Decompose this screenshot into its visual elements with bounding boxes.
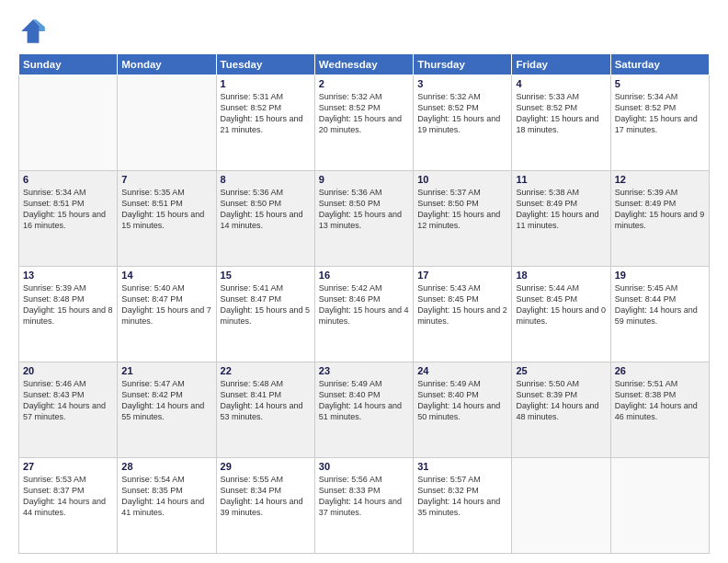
day-number: 5 (615, 78, 705, 89)
day-cell: 1Sunrise: 5:31 AM Sunset: 8:52 PM Daylig… (216, 75, 314, 171)
day-info: Sunrise: 5:57 AM Sunset: 8:32 PM Dayligh… (417, 474, 507, 519)
day-cell (118, 75, 216, 171)
day-cell: 4Sunrise: 5:33 AM Sunset: 8:52 PM Daylig… (512, 75, 610, 171)
day-number: 9 (319, 174, 409, 185)
day-cell: 21Sunrise: 5:47 AM Sunset: 8:42 PM Dayli… (118, 362, 216, 458)
weekday-header-thursday: Thursday (414, 54, 512, 75)
day-info: Sunrise: 5:47 AM Sunset: 8:42 PM Dayligh… (121, 378, 211, 423)
day-info: Sunrise: 5:48 AM Sunset: 8:41 PM Dayligh… (221, 378, 311, 423)
weekday-header-saturday: Saturday (610, 54, 709, 75)
day-number: 27 (23, 461, 113, 472)
day-cell: 22Sunrise: 5:48 AM Sunset: 8:41 PM Dayli… (216, 362, 314, 458)
day-number: 21 (121, 365, 211, 376)
day-cell: 8Sunrise: 5:36 AM Sunset: 8:50 PM Daylig… (216, 171, 314, 267)
day-cell: 2Sunrise: 5:32 AM Sunset: 8:52 PM Daylig… (314, 75, 413, 171)
day-cell: 31Sunrise: 5:57 AM Sunset: 8:32 PM Dayli… (414, 458, 512, 554)
day-cell: 15Sunrise: 5:41 AM Sunset: 8:47 PM Dayli… (216, 267, 314, 362)
header (18, 17, 710, 46)
day-info: Sunrise: 5:49 AM Sunset: 8:40 PM Dayligh… (417, 378, 507, 423)
day-cell: 19Sunrise: 5:45 AM Sunset: 8:44 PM Dayli… (610, 267, 709, 362)
day-cell: 20Sunrise: 5:46 AM Sunset: 8:43 PM Dayli… (19, 362, 118, 458)
weekday-header-monday: Monday (118, 54, 216, 75)
day-info: Sunrise: 5:44 AM Sunset: 8:45 PM Dayligh… (516, 282, 606, 327)
day-info: Sunrise: 5:55 AM Sunset: 8:34 PM Dayligh… (221, 474, 311, 519)
weekday-header-tuesday: Tuesday (216, 54, 314, 75)
day-info: Sunrise: 5:31 AM Sunset: 8:52 PM Dayligh… (221, 91, 311, 136)
day-info: Sunrise: 5:45 AM Sunset: 8:44 PM Dayligh… (615, 282, 705, 327)
day-info: Sunrise: 5:32 AM Sunset: 8:52 PM Dayligh… (319, 91, 409, 136)
day-cell: 13Sunrise: 5:39 AM Sunset: 8:48 PM Dayli… (19, 267, 118, 362)
day-info: Sunrise: 5:41 AM Sunset: 8:47 PM Dayligh… (221, 282, 311, 327)
day-number: 25 (516, 365, 606, 376)
day-number: 10 (417, 174, 507, 185)
day-number: 31 (417, 461, 507, 472)
day-info: Sunrise: 5:33 AM Sunset: 8:52 PM Dayligh… (516, 91, 606, 136)
day-info: Sunrise: 5:49 AM Sunset: 8:40 PM Dayligh… (319, 378, 409, 423)
day-info: Sunrise: 5:46 AM Sunset: 8:43 PM Dayligh… (23, 378, 113, 423)
week-row-3: 13Sunrise: 5:39 AM Sunset: 8:48 PM Dayli… (19, 267, 710, 362)
day-number: 20 (23, 365, 113, 376)
day-number: 12 (615, 174, 705, 185)
day-info: Sunrise: 5:32 AM Sunset: 8:52 PM Dayligh… (417, 91, 507, 136)
day-info: Sunrise: 5:53 AM Sunset: 8:37 PM Dayligh… (23, 474, 113, 519)
logo-icon (18, 17, 48, 46)
weekday-header-sunday: Sunday (19, 54, 118, 75)
day-number: 14 (121, 270, 211, 281)
day-info: Sunrise: 5:38 AM Sunset: 8:49 PM Dayligh… (516, 187, 606, 232)
weekday-header-friday: Friday (512, 54, 610, 75)
day-number: 2 (319, 78, 409, 89)
day-cell: 27Sunrise: 5:53 AM Sunset: 8:37 PM Dayli… (19, 458, 118, 554)
day-info: Sunrise: 5:39 AM Sunset: 8:49 PM Dayligh… (615, 187, 705, 232)
day-info: Sunrise: 5:34 AM Sunset: 8:52 PM Dayligh… (615, 91, 705, 136)
day-number: 24 (417, 365, 507, 376)
day-info: Sunrise: 5:34 AM Sunset: 8:51 PM Dayligh… (23, 187, 113, 232)
day-number: 18 (516, 270, 606, 281)
day-cell: 6Sunrise: 5:34 AM Sunset: 8:51 PM Daylig… (19, 171, 118, 267)
day-info: Sunrise: 5:54 AM Sunset: 8:35 PM Dayligh… (121, 474, 211, 519)
day-cell: 11Sunrise: 5:38 AM Sunset: 8:49 PM Dayli… (512, 171, 610, 267)
day-cell: 30Sunrise: 5:56 AM Sunset: 8:33 PM Dayli… (314, 458, 413, 554)
day-cell (610, 458, 709, 554)
day-info: Sunrise: 5:37 AM Sunset: 8:50 PM Dayligh… (417, 187, 507, 232)
day-cell: 24Sunrise: 5:49 AM Sunset: 8:40 PM Dayli… (414, 362, 512, 458)
day-cell: 17Sunrise: 5:43 AM Sunset: 8:45 PM Dayli… (414, 267, 512, 362)
day-number: 3 (417, 78, 507, 89)
day-number: 19 (615, 270, 705, 281)
day-number: 13 (23, 270, 113, 281)
day-info: Sunrise: 5:56 AM Sunset: 8:33 PM Dayligh… (319, 474, 409, 519)
day-cell (19, 75, 118, 171)
day-cell: 7Sunrise: 5:35 AM Sunset: 8:51 PM Daylig… (118, 171, 216, 267)
day-number: 7 (121, 174, 211, 185)
day-cell (512, 458, 610, 554)
day-cell: 14Sunrise: 5:40 AM Sunset: 8:47 PM Dayli… (118, 267, 216, 362)
week-row-5: 27Sunrise: 5:53 AM Sunset: 8:37 PM Dayli… (19, 458, 710, 554)
day-number: 28 (121, 461, 211, 472)
day-info: Sunrise: 5:50 AM Sunset: 8:39 PM Dayligh… (516, 378, 606, 423)
day-info: Sunrise: 5:43 AM Sunset: 8:45 PM Dayligh… (417, 282, 507, 327)
day-number: 26 (615, 365, 705, 376)
day-number: 29 (221, 461, 311, 472)
day-number: 1 (221, 78, 311, 89)
day-cell: 23Sunrise: 5:49 AM Sunset: 8:40 PM Dayli… (314, 362, 413, 458)
day-number: 16 (319, 270, 409, 281)
day-number: 11 (516, 174, 606, 185)
day-cell: 18Sunrise: 5:44 AM Sunset: 8:45 PM Dayli… (512, 267, 610, 362)
day-info: Sunrise: 5:36 AM Sunset: 8:50 PM Dayligh… (221, 187, 311, 232)
logo (18, 17, 51, 46)
day-number: 15 (221, 270, 311, 281)
day-number: 4 (516, 78, 606, 89)
day-cell: 26Sunrise: 5:51 AM Sunset: 8:38 PM Dayli… (610, 362, 709, 458)
day-cell: 25Sunrise: 5:50 AM Sunset: 8:39 PM Dayli… (512, 362, 610, 458)
day-cell: 5Sunrise: 5:34 AM Sunset: 8:52 PM Daylig… (610, 75, 709, 171)
day-info: Sunrise: 5:42 AM Sunset: 8:46 PM Dayligh… (319, 282, 409, 327)
day-cell: 28Sunrise: 5:54 AM Sunset: 8:35 PM Dayli… (118, 458, 216, 554)
day-cell: 10Sunrise: 5:37 AM Sunset: 8:50 PM Dayli… (414, 171, 512, 267)
day-number: 22 (221, 365, 311, 376)
week-row-1: 1Sunrise: 5:31 AM Sunset: 8:52 PM Daylig… (19, 75, 710, 171)
day-number: 8 (221, 174, 311, 185)
day-info: Sunrise: 5:35 AM Sunset: 8:51 PM Dayligh… (121, 187, 211, 232)
calendar: SundayMondayTuesdayWednesdayThursdayFrid… (18, 53, 710, 554)
day-number: 30 (319, 461, 409, 472)
page: SundayMondayTuesdayWednesdayThursdayFrid… (0, 0, 728, 563)
day-cell: 3Sunrise: 5:32 AM Sunset: 8:52 PM Daylig… (414, 75, 512, 171)
